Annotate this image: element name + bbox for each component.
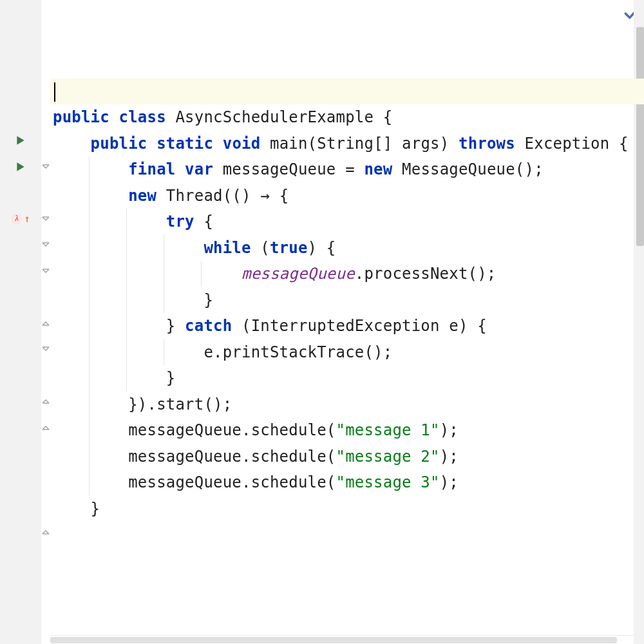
- code-line[interactable]: }: [50, 496, 644, 522]
- fold-handle-icon[interactable]: [42, 415, 50, 441]
- scrollbar-thumb[interactable]: [50, 637, 617, 643]
- code-line[interactable]: try {: [50, 209, 644, 235]
- code-line[interactable]: final var messageQueue = new MessageQueu…: [50, 156, 644, 183]
- fold-handle-icon[interactable]: [42, 336, 50, 363]
- code-line[interactable]: [50, 26, 644, 53]
- code-line[interactable]: }: [50, 287, 644, 314]
- code-line[interactable]: }).start();: [50, 392, 644, 418]
- fold-handle-icon[interactable]: [42, 206, 50, 232]
- gutter: λ↑: [0, 0, 50, 644]
- caret: [54, 82, 55, 102]
- code-line[interactable]: while (true) {: [50, 235, 644, 261]
- code-line[interactable]: }: [50, 365, 644, 392]
- code-line[interactable]: public class AsyncSchedulerExample {: [50, 104, 644, 131]
- code-line[interactable]: messageQueue.schedule("message 1");: [50, 417, 644, 444]
- code-line[interactable]: messageQueue.schedule("message 3");: [50, 469, 644, 496]
- code-line[interactable]: messageQueue.processNext();: [50, 261, 644, 287]
- code-line[interactable]: public static void main(String[] args) t…: [50, 131, 644, 157]
- run-class-icon[interactable]: [0, 128, 41, 154]
- horizontal-scrollbar[interactable]: [50, 635, 634, 644]
- code-line-current[interactable]: [50, 79, 644, 105]
- fold-handle-icon[interactable]: [42, 232, 50, 258]
- code-line[interactable]: [50, 0, 644, 26]
- fold-handle-icon[interactable]: [42, 258, 50, 285]
- editor: λ↑ public class AsyncSchedulerExample {: [0, 0, 644, 644]
- code-area[interactable]: public class AsyncSchedulerExample { pub…: [50, 0, 644, 644]
- code-line[interactable]: } catch (InterruptedException e) {: [50, 313, 644, 339]
- lambda-marker-icon[interactable]: λ↑: [0, 206, 41, 232]
- fold-handle-icon[interactable]: [42, 388, 50, 415]
- code-line[interactable]: [50, 52, 644, 79]
- code-line[interactable]: new Thread(() → {: [50, 183, 644, 209]
- run-main-icon[interactable]: [0, 154, 41, 180]
- code-line[interactable]: e.printStackTrace();: [50, 339, 644, 366]
- code-lines: public class AsyncSchedulerExample { pub…: [50, 0, 644, 522]
- fold-handle-icon[interactable]: [42, 154, 50, 180]
- code-line[interactable]: messageQueue.schedule("message 2");: [50, 444, 644, 470]
- fold-handle-icon[interactable]: [42, 310, 50, 337]
- fold-handle-icon[interactable]: [42, 519, 50, 545]
